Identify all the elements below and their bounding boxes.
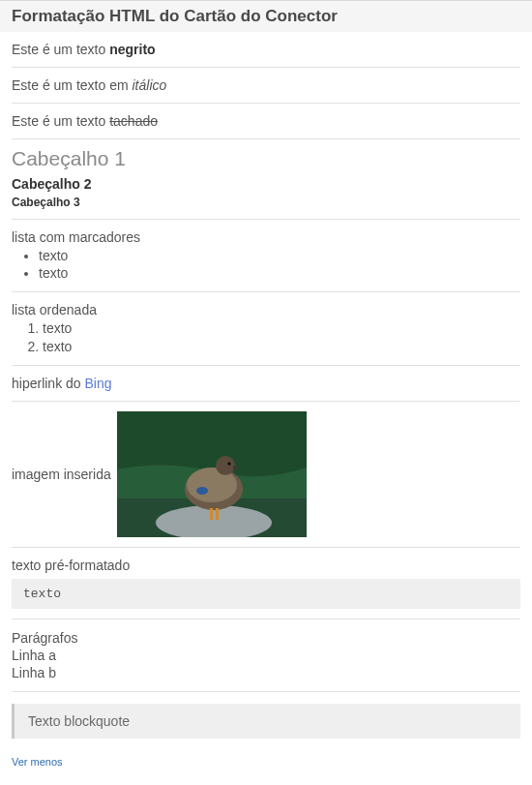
unordered-list: texto texto — [12, 247, 520, 282]
strike-text-row: Este é um texto tachado — [12, 104, 520, 138]
paragraphs-row: Parágrafos Linha a Linha b — [12, 619, 520, 692]
paragraph-line: Linha a — [12, 647, 520, 664]
strike-word: tachado — [109, 113, 158, 129]
unordered-list-row: lista com marcadores texto texto — [12, 220, 520, 291]
heading-2: Cabeçalho 2 — [12, 176, 520, 192]
blockquote: Texto blockquote — [12, 704, 520, 739]
svg-point-5 — [216, 456, 235, 475]
svg-rect-9 — [216, 508, 219, 520]
bold-text-row: Este é um texto negrito — [12, 32, 520, 67]
headers-row: Cabeçalho 1 Cabeçalho 2 Cabeçalho 3 — [12, 139, 520, 219]
svg-rect-8 — [210, 508, 213, 520]
blockquote-row: Texto blockquote — [12, 692, 520, 748]
heading-3: Cabeçalho 3 — [12, 196, 520, 209]
ol-label: lista ordenada — [12, 302, 520, 317]
hyperlink-row: hiperlink do Bing — [12, 366, 520, 401]
image-row: imagem inserida — [12, 402, 520, 547]
pre-label: texto pré-formatado — [12, 558, 520, 573]
image-label: imagem inserida — [12, 467, 111, 482]
list-item: texto — [43, 338, 520, 355]
italic-text-row: Este é um texto em itálico — [12, 68, 520, 103]
strike-prefix: Este é um texto — [12, 113, 109, 129]
svg-point-7 — [196, 487, 208, 495]
inserted-image — [117, 411, 307, 537]
ordered-list: texto texto — [12, 319, 520, 354]
italic-word: itálico — [133, 77, 167, 93]
paragraphs-label: Parágrafos — [12, 629, 520, 647]
card-content: Este é um texto negrito Este é um texto … — [0, 32, 532, 770]
heading-1: Cabeçalho 1 — [12, 139, 520, 172]
list-item: texto — [39, 247, 520, 264]
bold-prefix: Este é um texto — [12, 42, 109, 57]
list-item: texto — [39, 264, 520, 282]
preformatted-row: texto pré-formatado texto — [12, 548, 520, 619]
list-item: texto — [43, 319, 520, 337]
see-less-link[interactable]: Ver menos — [12, 756, 63, 768]
bing-link[interactable]: Bing — [85, 376, 112, 391]
ul-label: lista com marcadores — [12, 229, 520, 245]
preformatted-text: texto — [12, 579, 520, 609]
bold-word: negrito — [109, 42, 155, 57]
connector-card: Formatação HTML do Cartão do Conector Es… — [0, 0, 532, 779]
ordered-list-row: lista ordenada texto texto — [12, 292, 520, 364]
italic-prefix: Este é um texto em — [12, 77, 133, 93]
paragraph-line: Linha b — [12, 664, 520, 681]
link-prefix: hiperlink do — [12, 376, 85, 391]
card-title: Formatação HTML do Cartão do Conector — [0, 1, 532, 32]
svg-point-6 — [227, 462, 230, 465]
